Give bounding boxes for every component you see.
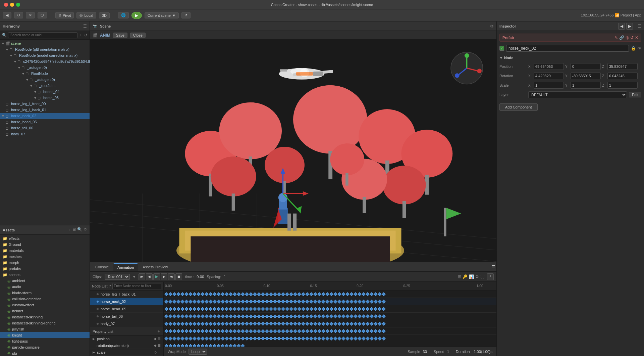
keyframe-diamond[interactable]: [209, 337, 212, 340]
keyframe-diamond[interactable]: [265, 337, 269, 340]
keyframe-diamond[interactable]: [197, 344, 200, 347]
keyframe-diamond[interactable]: [341, 314, 345, 318]
keyframe-diamond[interactable]: [168, 314, 172, 318]
node-filter-input[interactable]: [112, 283, 161, 289]
keyframe-diamond[interactable]: [237, 307, 240, 311]
keyframe-diamond[interactable]: [184, 292, 188, 296]
keyframe-diamond[interactable]: [269, 322, 273, 325]
keyframe-diamond[interactable]: [180, 307, 184, 311]
keyframe-diamond[interactable]: [201, 307, 204, 311]
keyframe-diamond[interactable]: [309, 329, 313, 333]
asset-item-14[interactable]: ◎instanced-skinning-lighting: [0, 320, 90, 326]
keyframe-diamond[interactable]: [265, 329, 269, 333]
node-row-horse-head[interactable]: horse_head_05: [90, 305, 163, 313]
keyframe-diamond[interactable]: [313, 292, 317, 296]
keyframe-diamond[interactable]: [265, 307, 269, 311]
keyframe-diamond[interactable]: [184, 337, 188, 340]
keyframe-diamond[interactable]: [374, 329, 377, 333]
keyframe-diamond[interactable]: [180, 322, 184, 325]
keyframe-diamond[interactable]: [261, 307, 265, 311]
keyframe-diamond[interactable]: [289, 307, 293, 311]
keyframe-diamond[interactable]: [285, 300, 289, 303]
keyframe-diamond[interactable]: [281, 300, 285, 303]
prop-diamond-icon-3[interactable]: ◇: [154, 350, 157, 354]
keyframe-diamond[interactable]: [249, 337, 253, 340]
keyframe-diamond[interactable]: [253, 329, 257, 333]
keyframe-diamond[interactable]: [213, 314, 216, 318]
keyframe-diamond[interactable]: [172, 344, 176, 347]
node-row-horse-neck[interactable]: horse_neck_02: [90, 298, 163, 305]
keyframe-diamond[interactable]: [265, 322, 269, 325]
keyframe-diamond[interactable]: [245, 329, 249, 333]
asset-item-3[interactable]: 📁meshes: [0, 254, 90, 260]
keyframe-diamond[interactable]: [225, 337, 228, 340]
keyframe-diamond[interactable]: [201, 337, 204, 340]
keyframe-diamond[interactable]: [378, 322, 381, 325]
keyframe-diamond[interactable]: [345, 300, 349, 303]
keyframe-diamond[interactable]: [382, 300, 385, 303]
hierarchy-item-1[interactable]: ▼◻RootNode (gltf orientation matrix): [0, 46, 90, 52]
keyframe-diamond[interactable]: [269, 300, 273, 303]
keyframe-diamond[interactable]: [209, 307, 212, 311]
keyframe-diamond[interactable]: [321, 314, 325, 318]
keyframe-diamond[interactable]: [233, 337, 236, 340]
keyframe-diamond[interactable]: [293, 307, 297, 311]
keyframe-diamond[interactable]: [325, 307, 329, 311]
keyframe-diamond[interactable]: [325, 292, 329, 296]
keyframe-diamond[interactable]: [370, 329, 373, 333]
hierarchy-item-0[interactable]: ▼🎬scene: [0, 40, 90, 46]
keyframe-diamond[interactable]: [176, 322, 180, 325]
keyframe-diamond[interactable]: [325, 329, 329, 333]
keyframe-diamond[interactable]: [184, 300, 188, 303]
keyframe-diamond[interactable]: [237, 300, 240, 303]
keyframe-diamond[interactable]: [201, 344, 204, 347]
keyframe-diamond[interactable]: [285, 292, 289, 296]
keyframe-diamond[interactable]: [354, 314, 357, 318]
keyframe-diamond[interactable]: [189, 337, 192, 340]
local-btn[interactable]: ◎ Local: [76, 12, 96, 18]
keyframe-diamond[interactable]: [189, 322, 192, 325]
keyframe-diamond[interactable]: [241, 344, 245, 347]
node-visibility-icon[interactable]: 👁: [637, 46, 641, 51]
keyframe-diamond[interactable]: [217, 307, 220, 311]
keyframe-diamond[interactable]: [321, 337, 325, 340]
keyframe-diamond[interactable]: [366, 307, 369, 311]
scene-settings-icon[interactable]: ⚙: [490, 24, 494, 29]
keyframe-diamond[interactable]: [293, 322, 297, 325]
keyframe-diamond[interactable]: [285, 314, 289, 318]
keyframe-diamond[interactable]: [193, 329, 196, 333]
keyframe-diamond[interactable]: [285, 307, 289, 311]
asset-item-18[interactable]: ◎particle-compare: [0, 344, 90, 350]
keyframe-diamond[interactable]: [225, 292, 228, 296]
hierarchy-item-3[interactable]: ▼◻c2475420cd6847fe9bd9c7a79c391504.fbx: [0, 58, 90, 64]
asset-item-13[interactable]: ◎instanced-skinning: [0, 314, 90, 320]
keyframe-diamond[interactable]: [358, 292, 361, 296]
keyframe-diamond[interactable]: [366, 337, 369, 340]
keyframe-diamond[interactable]: [221, 344, 224, 347]
keyframe-diamond[interactable]: [201, 300, 204, 303]
keyframe-diamond[interactable]: [285, 329, 289, 333]
keyframe-diamond[interactable]: [217, 329, 220, 333]
keyframe-diamond[interactable]: [241, 300, 245, 303]
keyframe-diamond[interactable]: [164, 322, 168, 325]
keyframe-diamond[interactable]: [189, 344, 192, 347]
stop-btn[interactable]: ✕: [26, 12, 35, 18]
keyframe-diamond[interactable]: [354, 292, 357, 296]
keyframe-diamond[interactable]: [233, 314, 236, 318]
refresh-scene-btn[interactable]: ↺: [181, 12, 191, 18]
node-row-body[interactable]: body_07: [90, 320, 163, 327]
keyframe-diamond[interactable]: [277, 314, 281, 318]
keyframe-diamond[interactable]: [289, 329, 293, 333]
keyframe-diamond[interactable]: [277, 307, 281, 311]
keyframe-diamond[interactable]: [261, 329, 265, 333]
keyframe-diamond[interactable]: [201, 314, 204, 318]
keyframe-diamond[interactable]: [277, 329, 281, 333]
keyframe-diamond[interactable]: [168, 329, 172, 333]
keyframe-diamond[interactable]: [333, 322, 337, 325]
keyframe-diamond[interactable]: [301, 292, 305, 296]
keyframe-diamond[interactable]: [313, 300, 317, 303]
keyframe-diamond[interactable]: [362, 322, 365, 325]
keyframe-diamond[interactable]: [168, 337, 172, 340]
keyframe-diamond[interactable]: [253, 314, 257, 318]
keyframe-diamond[interactable]: [261, 314, 265, 318]
